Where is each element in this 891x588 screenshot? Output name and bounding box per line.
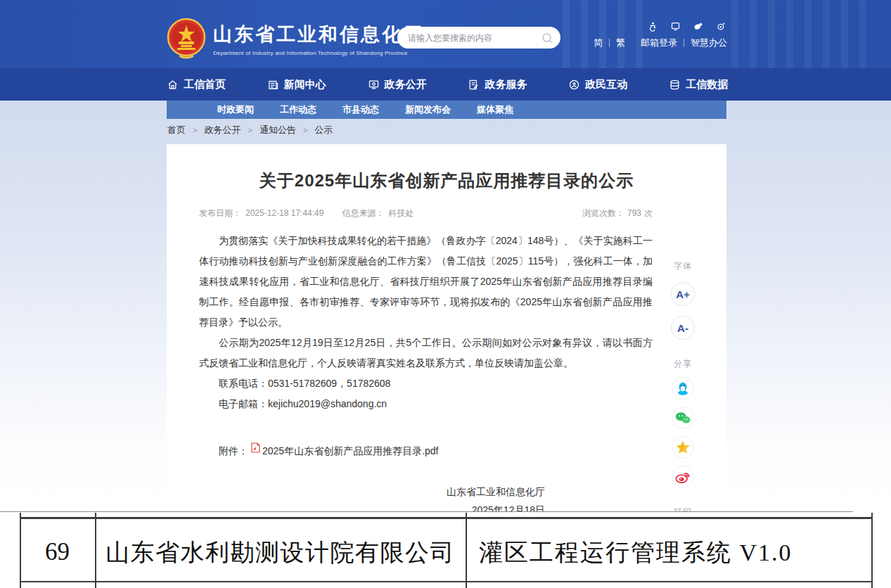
article-paragraph: 公示期为2025年12月19日至12月25日，共5个工作日。公示期间如对公示对象…: [199, 333, 653, 373]
camera-icon[interactable]: [716, 21, 726, 32]
table-border: [20, 581, 873, 582]
search-box: [397, 27, 560, 49]
nav-item-news[interactable]: 新闻中心: [267, 78, 326, 91]
nav-item-data[interactable]: 工信数据: [669, 78, 728, 91]
breadcrumb-home[interactable]: 首页: [167, 124, 186, 136]
home-icon: [167, 79, 179, 91]
wechat-share-icon[interactable]: [672, 407, 694, 429]
font-increase-button[interactable]: A+: [671, 282, 695, 306]
font-decrease-button[interactable]: A-: [671, 316, 695, 340]
signature-org: 山东省工业和信息化厅: [199, 482, 545, 501]
breadcrumb: 首页 > 政务公开 > 通知公告 > 公示: [167, 124, 333, 136]
search-input[interactable]: [408, 33, 541, 43]
nav-item-label: 工信数据: [686, 78, 728, 91]
attachment-row: 附件： 2025年山东省创新产品应用推荐目录.pdf: [199, 441, 653, 461]
top-header: 山东省工业和信息化厅 Department of Industry and In…: [0, 0, 891, 68]
header-watermark: [731, 0, 872, 68]
nav-item-label: 政务公开: [385, 78, 427, 91]
search-icon[interactable]: [541, 32, 553, 44]
document-pen-icon: [468, 79, 480, 91]
subnav-item-work[interactable]: 工作动态: [280, 103, 316, 116]
subnav-item-media[interactable]: 媒体聚焦: [477, 103, 513, 116]
smart-office-link[interactable]: 智慧办公: [691, 37, 727, 49]
mouse-icon[interactable]: [693, 21, 704, 32]
site-subtitle: Department of Industry and Information T…: [213, 50, 424, 56]
table-border: [466, 513, 467, 588]
divider: [609, 39, 610, 47]
table-border: [95, 513, 96, 588]
article-card: 关于2025年山东省创新产品应用推荐目录的公示 发布日期：2025-12-18 …: [167, 144, 726, 511]
article-body: 为贯彻落实《关于加快科技成果转化的若干措施》（鲁政办字〔2024〕148号）、《…: [199, 231, 653, 519]
nav-item-gov-service[interactable]: 政务服务: [468, 78, 527, 91]
page-root: 山东省工业和信息化厅 Department of Industry and In…: [0, 0, 891, 588]
share-label: 分享: [674, 358, 692, 370]
nav-item-label: 政民互动: [585, 78, 627, 91]
table-row-company: 山东省水利勘测设计院有限公司: [105, 537, 455, 569]
breadcrumb-notices[interactable]: 通知公告: [259, 124, 296, 136]
views-unit: 次: [644, 208, 653, 218]
qq-share-icon[interactable]: [672, 377, 694, 400]
nav-item-home[interactable]: 工信首页: [167, 78, 226, 91]
article-title: 关于2025年山东省创新产品应用推荐目录的公示: [167, 170, 726, 192]
chevron-right-icon: >: [303, 126, 307, 134]
interaction-icon: [568, 79, 580, 91]
site-identity: 山东省工业和信息化厅 Department of Industry and In…: [213, 22, 424, 56]
lang-traditional[interactable]: 繁: [616, 37, 625, 49]
national-emblem-logo[interactable]: [167, 18, 206, 59]
nav-item-interaction[interactable]: 政民互动: [568, 78, 627, 91]
header-links: 简 繁 邮箱登录 智慧办公: [594, 37, 727, 49]
pdf-table-preview: 69 山东省水利勘测设计院有限公司 灌区工程运行管理系统 V1.0: [0, 511, 891, 588]
publish-date-label: 发布日期：: [199, 208, 241, 218]
contact-phone: 联系电话：0531-51782609，51782608: [199, 373, 653, 394]
subnav-item-press[interactable]: 新闻发布会: [405, 103, 451, 116]
newspaper-icon: [267, 79, 279, 91]
nav-item-label: 政务服务: [485, 78, 527, 91]
article-paragraph: 为贯彻落实《关于加快科技成果转化的若干措施》（鲁政办字〔2024〕148号）、《…: [199, 231, 653, 333]
article-meta: 发布日期：2025-12-18 17:44:49信息来源：科技处 浏览次数：79…: [199, 207, 653, 219]
contact-email: 电子邮箱：kejichu2019@shandong.cn: [199, 394, 653, 414]
nav-item-gov-open[interactable]: 政务公开: [368, 78, 427, 91]
article-meta-views: 浏览次数：793次: [579, 207, 653, 219]
table-row-number: 69: [20, 538, 95, 566]
views-label: 浏览次数：: [582, 208, 624, 218]
main-nav: 工信首页 新闻中心 政务公开: [0, 68, 891, 101]
chevron-right-icon: >: [248, 126, 252, 134]
nav-item-label: 工信首页: [184, 78, 226, 91]
mail-login-link[interactable]: 邮箱登录: [641, 37, 677, 49]
table-border: [871, 513, 873, 588]
font-size-label: 字体: [674, 260, 692, 272]
table-border: [0, 511, 853, 512]
qzone-star-share-icon[interactable]: [672, 436, 694, 459]
pdf-icon: [251, 440, 260, 460]
lang-simplified[interactable]: 简: [594, 37, 603, 49]
header-quick-icons: [648, 21, 726, 32]
nav-item-label: 新闻中心: [284, 78, 326, 91]
news-subnav: 时政要闻 工作动态 市县动态 新闻发布会 媒体聚焦: [167, 101, 726, 119]
source-label: 信息来源：: [342, 208, 384, 218]
subnav-item-city[interactable]: 市县动态: [342, 103, 379, 116]
site-title: 山东省工业和信息化厅: [213, 22, 424, 47]
tool-sidebar: 字体 A+ A- 分享: [667, 260, 698, 548]
database-icon: [669, 79, 681, 91]
subnav-item-politics[interactable]: 时政要闻: [217, 103, 254, 116]
article-meta-left: 发布日期：2025-12-18 17:44:49信息来源：科技处: [199, 207, 418, 219]
table-row-product: 灌区工程运行管理系统 V1.0: [479, 537, 793, 569]
breadcrumb-gov-open[interactable]: 政务公开: [204, 124, 241, 136]
source-value: 科技处: [388, 208, 414, 218]
monitor-icon: [368, 79, 380, 91]
table-border: [20, 517, 873, 519]
header-watermark: [563, 0, 654, 68]
main-nav-inner: 工信首页 新闻中心 政务公开: [167, 68, 728, 101]
attachment-link[interactable]: 2025年山东省创新产品应用推荐目录.pdf: [262, 441, 439, 461]
chevron-right-icon: >: [193, 126, 197, 134]
attachment-label: 附件：: [219, 441, 248, 461]
accessibility-icon[interactable]: [648, 21, 658, 32]
weibo-share-icon[interactable]: [672, 466, 694, 488]
breadcrumb-current: 公示: [314, 124, 333, 136]
views-count: 793: [627, 208, 641, 218]
publish-date-value: 2025-12-18 17:44:49: [245, 208, 323, 218]
divider: [684, 39, 684, 47]
screen-icon[interactable]: [670, 21, 681, 32]
